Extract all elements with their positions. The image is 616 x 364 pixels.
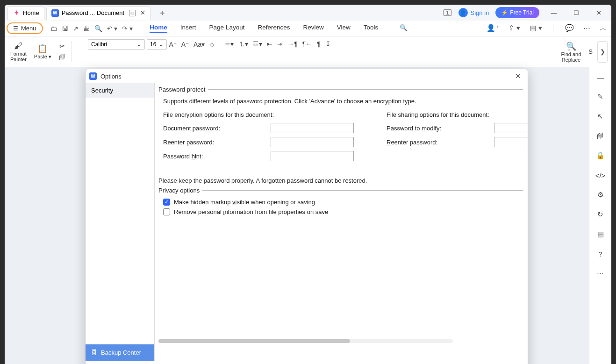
redo-icon[interactable]: ↷ ▾ (122, 25, 133, 32)
sign-in-label: Sign in (471, 9, 489, 16)
cut-icon[interactable]: ✂ (59, 43, 65, 50)
window-minimize-button[interactable]: — (546, 9, 562, 16)
chevron-down-icon: ⌄ (137, 41, 142, 48)
ribbon-scroll-right[interactable]: ❯ (597, 41, 608, 63)
bolt-icon: ⚡ (501, 9, 508, 16)
encryption-header: File encryption options for this documen… (163, 111, 354, 118)
menu-strip: ☰ Menu 🗀 🖫 ↗ 🖶 🔍 ↶ ▾ ↷ ▾ Home Insert Pag… (5, 21, 611, 36)
search-icon[interactable]: 🔍 (400, 24, 408, 33)
side-outline-icon[interactable]: ▤ (595, 229, 606, 239)
ltr-icon[interactable]: →¶ (287, 40, 298, 49)
free-trial-button[interactable]: ⚡ Free Trial (495, 7, 539, 18)
format-painter-label: Format Painter (10, 51, 27, 62)
side-lock-icon[interactable]: 🔒 (595, 150, 606, 161)
side-more-icon[interactable]: ⋯ (595, 268, 606, 278)
chevron-down-icon: ⌄ (159, 41, 164, 48)
sign-in-button[interactable]: 👤 Sign in (458, 8, 489, 17)
side-edit-icon[interactable]: ✎ (595, 92, 606, 102)
sharing-column: File sharing options for this document: … (382, 111, 528, 165)
checkbox-icon: ✓ (163, 199, 170, 206)
user-settings-icon[interactable]: 👤⁺ (487, 24, 499, 33)
input-reenter-modify[interactable] (494, 137, 528, 147)
font-size-combo[interactable]: 16 ⌄ (147, 39, 167, 50)
dialog-content: Password protect Supports different leve… (155, 83, 528, 361)
side-clipboard-icon[interactable]: 🗐 (595, 131, 606, 141)
hamburger-icon: ☰ (13, 25, 18, 32)
export-icon[interactable]: ⇪ ▾ (509, 24, 520, 33)
nav-item-security[interactable]: Security (86, 83, 154, 98)
group-privacy-options: Privacy options (158, 187, 523, 194)
tab-close-icon[interactable]: ✕ (140, 9, 145, 16)
number-list-icon[interactable]: ⒈▾ (238, 40, 248, 49)
ribbon-tab-insert[interactable]: Insert (180, 24, 196, 33)
tab-home[interactable]: ✦ Home (7, 6, 44, 20)
decrease-indent-icon[interactable]: ⇤ (267, 40, 272, 49)
tab-doc-label: Password ... Document (62, 9, 124, 16)
font-name-combo[interactable]: Calibri ⌄ (88, 39, 145, 50)
label-password-hint: Password hint: (163, 153, 266, 160)
more-icon[interactable]: ⋯ (583, 24, 590, 33)
input-password-modify[interactable] (494, 123, 528, 133)
share-icon[interactable]: ↗ (73, 25, 79, 32)
window-maximize-button[interactable]: ☐ (568, 9, 584, 16)
show-marks-icon[interactable]: ¶ (317, 40, 321, 49)
ribbon-tab-tools[interactable]: Tools (364, 24, 379, 33)
open-icon[interactable]: 🗀 (50, 25, 57, 32)
new-tab-button[interactable]: ＋ (158, 7, 166, 18)
paste-label: Paste (34, 54, 47, 59)
window-close-button[interactable]: ✕ (591, 9, 607, 16)
checkbox-remove-personal-label: Remove personal information from file pr… (174, 208, 328, 215)
input-password-hint[interactable] (271, 151, 354, 161)
save-icon[interactable]: 🖫 (62, 25, 68, 32)
word-doc-icon: W (89, 72, 97, 80)
label-document-password: Document password: (163, 125, 266, 132)
bullet-list-icon[interactable]: ≣▾ (225, 40, 234, 49)
ribbon-tab-references[interactable]: References (258, 24, 290, 33)
page-setup-icon[interactable]: ▤ ▾ (530, 24, 542, 33)
ribbon-tab-view[interactable]: View (337, 24, 351, 33)
checkbox-remove-personal-info[interactable]: Remove personal information from file pr… (163, 208, 523, 215)
print-preview-icon[interactable]: 🔍 (94, 25, 102, 32)
multilevel-list-icon[interactable]: ☲▾ (253, 40, 262, 49)
side-hide-icon[interactable]: — (595, 72, 606, 82)
font-size-value: 16 (150, 41, 156, 48)
side-settings-icon[interactable]: ⚙ (595, 190, 606, 200)
ribbon-tab-home[interactable]: Home (150, 24, 167, 33)
dialog-button-row: OK Cancel (86, 361, 528, 364)
document-surface[interactable]: recover it for you. So, make sure to mak… (5, 67, 589, 364)
increase-indent-icon[interactable]: ⇥ (277, 40, 283, 49)
sort-icon[interactable]: ↧ (325, 40, 331, 49)
tab-document[interactable]: W Password ... Document ▭ ✕ (46, 6, 150, 20)
print-icon[interactable]: 🖶 (83, 25, 90, 32)
paste-button[interactable]: 📋 Paste ▾ (31, 38, 54, 65)
comments-icon[interactable]: 💬 (565, 24, 574, 33)
horizontal-scrollbar[interactable] (158, 339, 453, 344)
collapse-ribbon-icon[interactable]: ︿ (600, 24, 607, 33)
input-document-password[interactable] (271, 123, 354, 133)
options-dialog: W Options ✕ Security 🗄 Backup Center (85, 69, 528, 364)
search-icon: 🔍 (566, 41, 576, 51)
backup-center-button[interactable]: 🗄 Backup Center (86, 344, 154, 361)
copy-icon[interactable]: 🗐 (59, 54, 65, 61)
increase-font-icon[interactable]: A⁺ (169, 41, 176, 48)
dialog-close-button[interactable]: ✕ (512, 71, 524, 81)
input-reenter-password[interactable] (271, 137, 354, 147)
ribbon-tab-review[interactable]: Review (303, 24, 323, 33)
decrease-font-icon[interactable]: A⁻ (181, 41, 189, 48)
window-overflow-icon[interactable]: ▭ (129, 10, 136, 16)
side-history-icon[interactable]: ↻ (595, 209, 606, 220)
change-case-icon[interactable]: Aa▾ (193, 41, 205, 48)
rtl-icon[interactable]: ¶← (302, 40, 313, 49)
side-help-icon[interactable]: ? (595, 249, 606, 259)
format-painter-button[interactable]: 🖌 Format Painter (7, 38, 29, 65)
menu-button[interactable]: ☰ Menu (7, 22, 43, 34)
window-index-badge[interactable]: 1 (443, 9, 451, 16)
ribbon-tab-page-layout[interactable]: Page Layout (209, 24, 245, 33)
clear-formatting-icon[interactable]: ◇ (209, 41, 215, 48)
undo-icon[interactable]: ↶ ▾ (107, 25, 118, 32)
checkbox-hidden-markup[interactable]: ✓ Make hidden markup visible when openin… (163, 199, 523, 206)
side-select-icon[interactable]: ↖ (595, 111, 606, 121)
quick-access-toolbar: 🗀 🖫 ↗ 🖶 🔍 ↶ ▾ ↷ ▾ (50, 25, 133, 32)
side-code-icon[interactable]: </> (595, 170, 606, 180)
find-replace-button[interactable]: 🔍 Find and Replace (559, 41, 584, 63)
